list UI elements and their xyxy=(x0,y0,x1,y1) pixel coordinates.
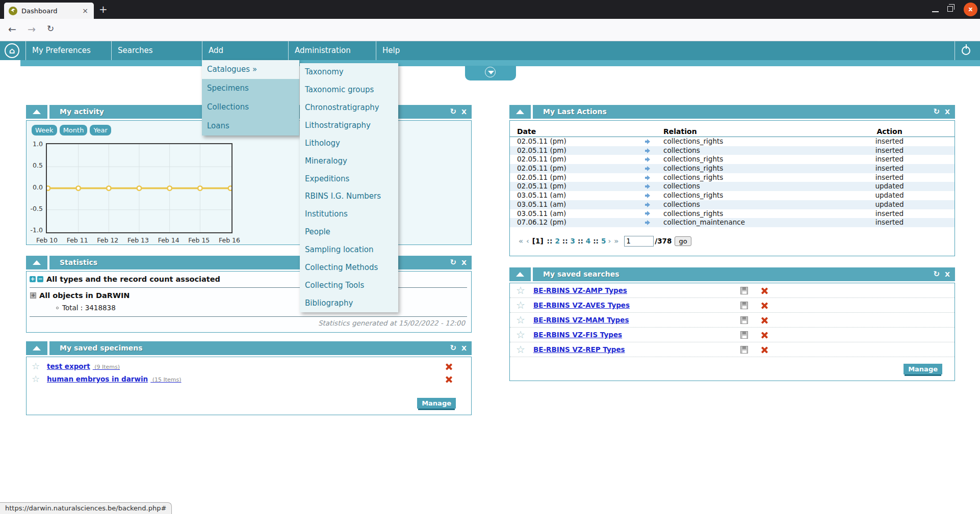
export-search-icon[interactable] xyxy=(740,302,748,309)
collapse-panel-button[interactable] xyxy=(509,267,531,281)
pager-prev-button[interactable]: ‹ xyxy=(526,237,529,245)
export-search-icon[interactable] xyxy=(740,346,748,354)
pager-page-link[interactable]: 5 xyxy=(601,237,606,245)
back-button[interactable]: ← xyxy=(8,23,16,35)
pager-go-button[interactable]: go xyxy=(675,236,691,246)
collapse-panel-button[interactable] xyxy=(26,341,47,355)
pager-next-button[interactable]: › xyxy=(608,237,611,245)
menubar-item-add[interactable]: Add xyxy=(202,41,288,60)
menubar-item-administration[interactable]: Administration xyxy=(288,41,376,60)
delete-specimen-icon[interactable] xyxy=(445,363,453,370)
manage-specimens-button[interactable]: Manage xyxy=(417,398,456,409)
cell-link[interactable] xyxy=(638,200,656,209)
collapse-panel-button[interactable] xyxy=(26,105,47,119)
expand-all-icon[interactable]: + xyxy=(30,276,36,282)
catalogues-submenu-item-expeditions[interactable]: Expeditions xyxy=(300,170,398,188)
go-to-record-icon[interactable] xyxy=(645,175,650,180)
new-tab-button[interactable]: + xyxy=(99,3,108,15)
saved-specimen-link[interactable]: human embryos in darwin (15 Items) xyxy=(47,375,182,383)
delete-search-icon[interactable] xyxy=(761,302,768,309)
expand-group-icon[interactable]: + xyxy=(30,292,36,299)
window-minimize-button[interactable] xyxy=(932,11,939,12)
go-to-record-icon[interactable] xyxy=(645,166,650,171)
menubar-item-searches[interactable]: Searches xyxy=(111,41,202,60)
add-menu-item-loans[interactable]: Loans xyxy=(202,117,299,136)
menubar-item-my-preferences[interactable]: My Preferences xyxy=(25,41,111,60)
logout-button[interactable] xyxy=(955,41,980,60)
cell-link[interactable] xyxy=(638,164,656,173)
favorite-star-icon[interactable]: ☆ xyxy=(516,314,525,326)
collapse-topbar-button[interactable] xyxy=(465,66,516,80)
pager-last-button[interactable]: » xyxy=(614,237,618,245)
go-to-record-icon[interactable] xyxy=(645,148,650,153)
refresh-panel-icon[interactable]: ↻ xyxy=(450,341,456,355)
catalogues-submenu-item-lithostratigraphy[interactable]: Lithostratigraphy xyxy=(300,117,398,134)
saved-search-link[interactable]: BE-RBINS VZ-MAM Types xyxy=(533,316,629,324)
collapse-all-icon[interactable]: − xyxy=(37,276,43,282)
delete-search-icon[interactable] xyxy=(761,287,768,294)
page-number-input[interactable] xyxy=(624,236,654,247)
saved-search-link[interactable]: BE-RBINS VZ-AMP Types xyxy=(533,286,627,294)
saved-specimen-link[interactable]: test export (9 Items) xyxy=(47,362,120,370)
pager-page-link[interactable]: 3 xyxy=(571,237,575,245)
cell-link[interactable] xyxy=(638,137,656,146)
export-search-icon[interactable] xyxy=(740,316,748,324)
catalogues-submenu-item-people[interactable]: People xyxy=(300,223,398,241)
catalogues-submenu-item-lithology[interactable]: Lithology xyxy=(300,134,398,152)
catalogues-submenu-item-taxonomy[interactable]: Taxonomy xyxy=(300,63,398,81)
catalogues-submenu-item-rbins-i-g-numbers[interactable]: RBINS I.G. Numbers xyxy=(300,187,398,205)
close-panel-icon[interactable]: X xyxy=(461,105,467,119)
forward-button[interactable]: → xyxy=(28,23,36,35)
favorite-star-icon[interactable]: ☆ xyxy=(516,284,525,296)
cell-link[interactable] xyxy=(638,155,656,164)
catalogues-submenu-item-chronostratigraphy[interactable]: Chronostratigraphy xyxy=(300,99,398,117)
favorite-star-icon[interactable]: ☆ xyxy=(516,299,525,311)
cell-link[interactable] xyxy=(638,218,656,227)
favorite-star-icon[interactable]: ☆ xyxy=(32,373,40,384)
cell-link[interactable] xyxy=(638,182,656,191)
favorite-star-icon[interactable]: ☆ xyxy=(32,361,40,371)
catalogues-submenu-item-mineralogy[interactable]: Mineralogy xyxy=(300,152,398,170)
delete-search-icon[interactable] xyxy=(761,316,768,324)
add-menu-item-specimens[interactable]: Specimens xyxy=(202,79,299,98)
go-to-record-icon[interactable] xyxy=(645,139,650,144)
favorite-star-icon[interactable]: ☆ xyxy=(516,329,525,341)
add-menu-item-catalogues[interactable]: Catalogues » xyxy=(202,60,299,79)
close-panel-icon[interactable]: X xyxy=(461,341,467,355)
pager-first-button[interactable]: « xyxy=(519,237,523,245)
home-button[interactable]: ⌂ xyxy=(0,41,25,60)
saved-search-link[interactable]: BE-RBINS VZ-FIS Types xyxy=(533,331,622,339)
pager-page-link[interactable]: 2 xyxy=(555,237,559,245)
catalogues-submenu-item-sampling-location[interactable]: Sampling location xyxy=(300,241,398,259)
export-search-icon[interactable] xyxy=(740,331,748,339)
go-to-record-icon[interactable] xyxy=(645,193,650,198)
refresh-panel-icon[interactable]: ↻ xyxy=(450,105,456,119)
export-search-icon[interactable] xyxy=(740,287,748,294)
cell-link[interactable] xyxy=(638,173,656,182)
refresh-panel-icon[interactable]: ↻ xyxy=(450,256,456,269)
browser-tab[interactable]: Dashboard × xyxy=(4,3,94,19)
add-menu-item-collections[interactable]: Collections xyxy=(202,98,299,117)
activity-range-year[interactable]: Year xyxy=(90,125,111,136)
catalogues-submenu-item-taxonomic-groups[interactable]: Taxonomic groups xyxy=(300,81,398,99)
favorite-star-icon[interactable]: ☆ xyxy=(516,343,525,356)
cell-link[interactable] xyxy=(638,209,656,219)
refresh-panel-icon[interactable]: ↻ xyxy=(933,267,940,281)
collapse-panel-button[interactable] xyxy=(26,256,47,269)
saved-search-link[interactable]: BE-RBINS VZ-AVES Types xyxy=(533,301,630,309)
close-panel-icon[interactable]: X xyxy=(461,256,467,269)
reload-button[interactable]: ↻ xyxy=(47,23,54,34)
collapse-panel-button[interactable] xyxy=(509,105,531,119)
window-close-button[interactable]: x xyxy=(964,3,977,16)
go-to-record-icon[interactable] xyxy=(645,157,650,162)
delete-search-icon[interactable] xyxy=(761,331,768,339)
menubar-item-help[interactable]: Help xyxy=(376,41,460,60)
go-to-record-icon[interactable] xyxy=(645,220,650,225)
cell-link[interactable] xyxy=(638,146,656,155)
catalogues-submenu-item-collecting-methods[interactable]: Collecting Methods xyxy=(300,259,398,277)
window-restore-button[interactable] xyxy=(947,6,953,12)
close-panel-icon[interactable]: X xyxy=(945,267,950,281)
close-panel-icon[interactable]: X xyxy=(945,105,950,119)
go-to-record-icon[interactable] xyxy=(645,211,650,216)
delete-specimen-icon[interactable] xyxy=(445,375,453,383)
